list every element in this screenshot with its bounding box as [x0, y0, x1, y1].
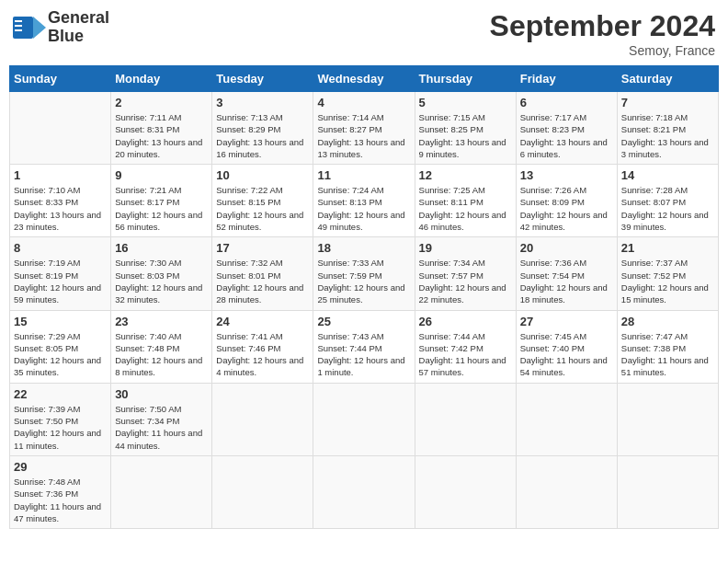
- calendar-week-row: 8Sunrise: 7:19 AMSunset: 8:19 PMDaylight…: [10, 237, 719, 310]
- calendar-cell: 19Sunrise: 7:34 AMSunset: 7:57 PMDayligh…: [415, 237, 516, 310]
- calendar-cell: 27Sunrise: 7:45 AMSunset: 7:40 PMDayligh…: [516, 310, 617, 383]
- day-detail: Sunrise: 7:41 AMSunset: 7:46 PMDaylight:…: [216, 330, 309, 379]
- calendar-cell: [516, 455, 617, 528]
- day-detail: Sunrise: 7:21 AMSunset: 8:17 PMDaylight:…: [115, 184, 208, 233]
- calendar-cell: 22Sunrise: 7:39 AMSunset: 7:50 PMDayligh…: [10, 383, 111, 455]
- day-detail: Sunrise: 7:50 AMSunset: 7:34 PMDaylight:…: [115, 403, 208, 452]
- day-number: 26: [419, 315, 512, 328]
- day-number: 1: [14, 168, 107, 182]
- calendar-cell: 17Sunrise: 7:32 AMSunset: 8:01 PMDayligh…: [212, 237, 313, 310]
- calendar-cell: 2Sunrise: 7:11 AMSunset: 8:31 PMDaylight…: [111, 92, 212, 165]
- day-number: 8: [14, 241, 107, 255]
- calendar-cell: 14Sunrise: 7:28 AMSunset: 8:07 PMDayligh…: [617, 165, 718, 237]
- weekday-header-tuesday: Tuesday: [212, 66, 313, 92]
- day-number: 13: [520, 168, 613, 182]
- calendar-cell: 30Sunrise: 7:50 AMSunset: 7:34 PMDayligh…: [111, 383, 212, 455]
- calendar-cell: 12Sunrise: 7:25 AMSunset: 8:11 PMDayligh…: [415, 165, 516, 237]
- day-number: 11: [317, 168, 410, 182]
- day-detail: Sunrise: 7:33 AMSunset: 7:59 PMDaylight:…: [317, 257, 410, 305]
- calendar-cell: [516, 383, 617, 455]
- day-number: 10: [216, 168, 309, 182]
- calendar-cell: [617, 455, 718, 528]
- day-number: 5: [419, 96, 512, 109]
- calendar-cell: 29Sunrise: 7:48 AMSunset: 7:36 PMDayligh…: [10, 455, 111, 528]
- calendar-cell: 10Sunrise: 7:22 AMSunset: 8:15 PMDayligh…: [212, 165, 313, 237]
- calendar-cell: [313, 455, 415, 528]
- calendar-cell: [313, 383, 415, 455]
- day-number: 25: [317, 315, 410, 328]
- calendar-cell: 7Sunrise: 7:18 AMSunset: 8:21 PMDaylight…: [617, 92, 718, 165]
- day-number: 28: [621, 315, 714, 328]
- weekday-header-thursday: Thursday: [415, 66, 516, 92]
- weekday-header-friday: Friday: [516, 66, 617, 92]
- month-title: September 2024: [490, 9, 715, 43]
- day-detail: Sunrise: 7:29 AMSunset: 8:05 PMDaylight:…: [14, 330, 107, 379]
- calendar-week-row: 29Sunrise: 7:48 AMSunset: 7:36 PMDayligh…: [10, 455, 719, 528]
- calendar-week-row: 1Sunrise: 7:10 AMSunset: 8:33 PMDaylight…: [10, 165, 719, 237]
- day-detail: Sunrise: 7:34 AMSunset: 7:57 PMDaylight:…: [419, 257, 512, 305]
- weekday-header-sunday: Sunday: [10, 66, 111, 92]
- calendar-cell: 9Sunrise: 7:21 AMSunset: 8:17 PMDaylight…: [111, 165, 212, 237]
- day-number: 24: [216, 315, 309, 328]
- day-number: 7: [621, 96, 714, 109]
- day-number: 19: [419, 241, 512, 255]
- calendar-cell: 13Sunrise: 7:26 AMSunset: 8:09 PMDayligh…: [516, 165, 617, 237]
- day-number: 29: [14, 460, 107, 474]
- day-number: 23: [115, 315, 208, 328]
- day-number: 21: [621, 241, 714, 255]
- day-detail: Sunrise: 7:11 AMSunset: 8:31 PMDaylight:…: [115, 111, 208, 160]
- calendar-cell: 15Sunrise: 7:29 AMSunset: 8:05 PMDayligh…: [10, 310, 111, 383]
- calendar-cell: [111, 455, 212, 528]
- day-number: 2: [115, 96, 208, 109]
- day-detail: Sunrise: 7:30 AMSunset: 8:03 PMDaylight:…: [115, 257, 208, 305]
- calendar-header-row: SundayMondayTuesdayWednesdayThursdayFrid…: [10, 66, 719, 92]
- day-number: 22: [14, 387, 107, 401]
- day-detail: Sunrise: 7:43 AMSunset: 7:44 PMDaylight:…: [317, 330, 410, 379]
- weekday-header-monday: Monday: [111, 66, 212, 92]
- day-detail: Sunrise: 7:40 AMSunset: 7:48 PMDaylight:…: [115, 330, 208, 379]
- calendar-cell: [415, 383, 516, 455]
- day-number: 9: [115, 168, 208, 182]
- day-detail: Sunrise: 7:44 AMSunset: 7:42 PMDaylight:…: [419, 330, 512, 379]
- calendar-table: SundayMondayTuesdayWednesdayThursdayFrid…: [9, 65, 719, 529]
- day-detail: Sunrise: 7:39 AMSunset: 7:50 PMDaylight:…: [14, 403, 107, 452]
- day-number: 18: [317, 241, 410, 255]
- day-detail: Sunrise: 7:37 AMSunset: 7:52 PMDaylight:…: [621, 257, 714, 305]
- calendar-cell: [415, 455, 516, 528]
- calendar-cell: 4Sunrise: 7:14 AMSunset: 8:27 PMDaylight…: [313, 92, 415, 165]
- day-number: 15: [14, 315, 107, 328]
- title-area: September 2024 Semoy, France: [490, 9, 715, 58]
- calendar-cell: 11Sunrise: 7:24 AMSunset: 8:13 PMDayligh…: [313, 165, 415, 237]
- day-detail: Sunrise: 7:36 AMSunset: 7:54 PMDaylight:…: [520, 257, 613, 305]
- day-detail: Sunrise: 7:13 AMSunset: 8:29 PMDaylight:…: [216, 111, 309, 160]
- day-detail: Sunrise: 7:18 AMSunset: 8:21 PMDaylight:…: [621, 111, 714, 160]
- calendar-cell: 20Sunrise: 7:36 AMSunset: 7:54 PMDayligh…: [516, 237, 617, 310]
- day-detail: Sunrise: 7:24 AMSunset: 8:13 PMDaylight:…: [317, 184, 410, 233]
- svg-rect-0: [13, 17, 33, 39]
- day-detail: Sunrise: 7:45 AMSunset: 7:40 PMDaylight:…: [520, 330, 613, 379]
- weekday-header-saturday: Saturday: [617, 66, 718, 92]
- calendar-cell: 8Sunrise: 7:19 AMSunset: 8:19 PMDaylight…: [10, 237, 111, 310]
- location: Semoy, France: [490, 43, 715, 58]
- calendar-cell: [212, 455, 313, 528]
- calendar-cell: 25Sunrise: 7:43 AMSunset: 7:44 PMDayligh…: [313, 310, 415, 383]
- svg-marker-1: [33, 17, 46, 39]
- day-number: 30: [115, 387, 208, 401]
- page-header: General Blue September 2024 Semoy, Franc…: [9, 9, 719, 58]
- calendar-week-row: 2Sunrise: 7:11 AMSunset: 8:31 PMDaylight…: [10, 92, 719, 165]
- day-detail: Sunrise: 7:10 AMSunset: 8:33 PMDaylight:…: [14, 184, 107, 233]
- day-detail: Sunrise: 7:14 AMSunset: 8:27 PMDaylight:…: [317, 111, 410, 160]
- day-number: 4: [317, 96, 410, 109]
- day-number: 3: [216, 96, 309, 109]
- weekday-header-wednesday: Wednesday: [313, 66, 415, 92]
- day-detail: Sunrise: 7:19 AMSunset: 8:19 PMDaylight:…: [14, 257, 107, 305]
- calendar-cell: [617, 383, 718, 455]
- calendar-cell: 1Sunrise: 7:10 AMSunset: 8:33 PMDaylight…: [10, 165, 111, 237]
- calendar-cell: [10, 92, 111, 165]
- day-detail: Sunrise: 7:15 AMSunset: 8:25 PMDaylight:…: [419, 111, 512, 160]
- calendar-week-row: 22Sunrise: 7:39 AMSunset: 7:50 PMDayligh…: [10, 383, 719, 455]
- day-detail: Sunrise: 7:25 AMSunset: 8:11 PMDaylight:…: [419, 184, 512, 233]
- day-detail: Sunrise: 7:32 AMSunset: 8:01 PMDaylight:…: [216, 257, 309, 305]
- day-detail: Sunrise: 7:26 AMSunset: 8:09 PMDaylight:…: [520, 184, 613, 233]
- logo-icon: [13, 9, 46, 46]
